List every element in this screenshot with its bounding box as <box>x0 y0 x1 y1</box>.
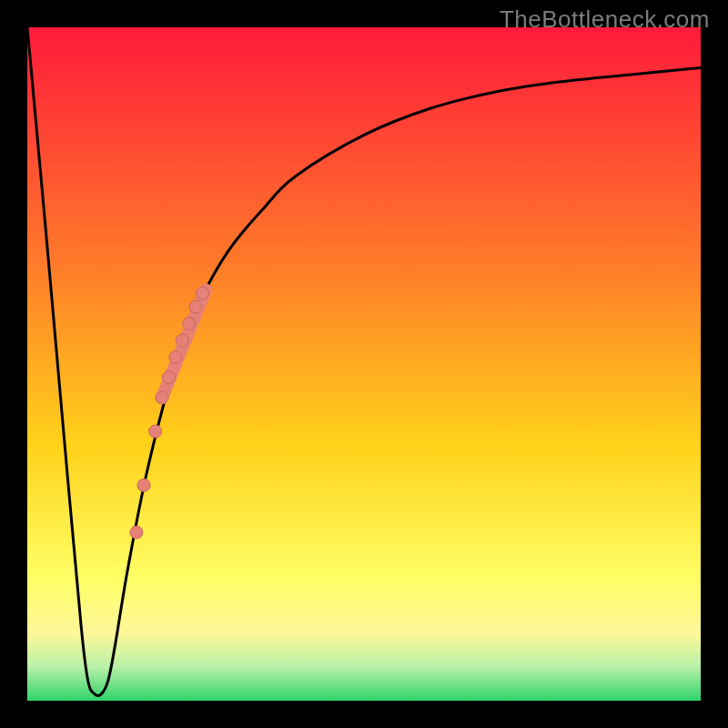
plot-area <box>27 27 701 701</box>
chart-frame: TheBottleneck.com <box>0 0 728 728</box>
data-marker <box>176 334 188 347</box>
data-marker <box>162 371 175 384</box>
data-marker <box>196 287 208 299</box>
data-marker <box>156 391 168 404</box>
data-marker <box>189 300 202 313</box>
gradient-background <box>27 27 701 701</box>
data-marker <box>149 425 162 438</box>
chart-svg <box>27 27 701 701</box>
data-marker <box>130 526 143 539</box>
data-marker <box>183 318 196 330</box>
data-marker <box>169 351 182 364</box>
data-marker <box>137 479 150 491</box>
